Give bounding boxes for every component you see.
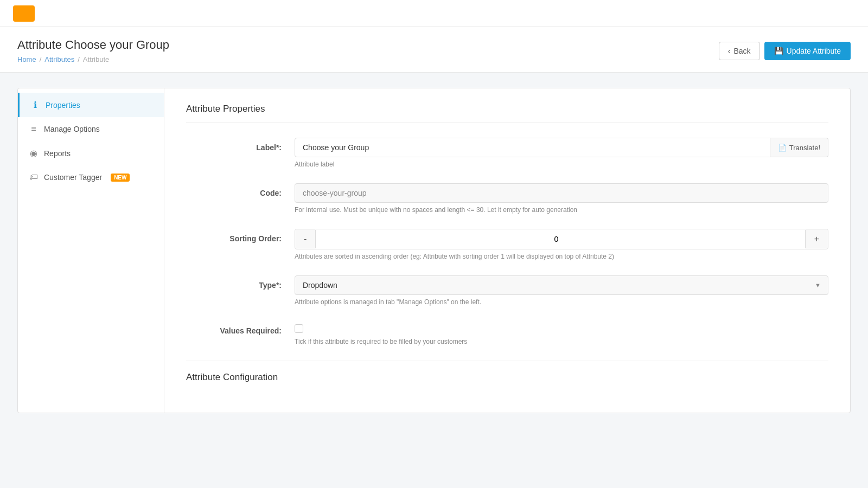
header-actions: ‹ Back 💾 Update Attribute	[719, 42, 851, 60]
breadcrumb-sep2: /	[78, 55, 80, 63]
breadcrumb-attributes[interactable]: Attributes	[44, 55, 74, 63]
back-label: Back	[733, 47, 750, 55]
sidebar-label-reports: Reports	[44, 149, 71, 158]
save-icon: 💾	[774, 47, 783, 55]
page-header: Attribute Choose your Group Home / Attri…	[0, 27, 868, 73]
sort-minus-button[interactable]: -	[295, 229, 315, 249]
translate-icon: 📄	[778, 144, 787, 152]
type-select[interactable]: Dropdown Text Textarea Checkbox Radio	[295, 275, 828, 295]
translate-button[interactable]: 📄 Translate!	[770, 138, 828, 157]
label-input[interactable]	[295, 138, 770, 157]
update-label: Update Attribute	[787, 47, 841, 55]
type-hint: Attribute options is managed in tab "Man…	[295, 298, 828, 306]
new-badge: NEW	[111, 174, 130, 182]
type-field-wrap: Dropdown Text Textarea Checkbox Radio At…	[295, 275, 828, 306]
sorting-input-group: - +	[295, 229, 828, 249]
label-field-row: Label*: 📄 Translate! Attribute label	[186, 138, 828, 168]
type-field-row: Type*: Dropdown Text Textarea Checkbox R…	[186, 275, 828, 306]
topbar	[0, 0, 868, 27]
back-button[interactable]: ‹ Back	[719, 42, 760, 60]
type-select-wrap: Dropdown Text Textarea Checkbox Radio	[295, 275, 828, 295]
page-header-left: Attribute Choose your Group Home / Attri…	[17, 38, 169, 63]
code-input[interactable]	[295, 183, 828, 203]
section2-title: Attribute Configuration	[186, 361, 828, 390]
label-field-label: Label*:	[186, 138, 295, 168]
sort-plus-button[interactable]: +	[806, 229, 828, 249]
values-required-label: Values Required:	[186, 321, 295, 345]
sidebar: ℹ Properties ≡ Manage Options ◉ Reports …	[18, 88, 164, 413]
sorting-hint: Attributes are sorted in ascending order…	[295, 253, 828, 260]
code-field-row: Code: For internal use. Must be unique w…	[186, 183, 828, 214]
form-area: Attribute Properties Label*: 📄 Translate…	[164, 88, 850, 413]
card: ℹ Properties ≡ Manage Options ◉ Reports …	[17, 88, 851, 413]
sidebar-item-reports[interactable]: ◉ Reports	[18, 141, 164, 165]
values-required-checkbox[interactable]	[295, 324, 303, 333]
info-icon: ℹ	[30, 100, 40, 110]
translate-label: Translate!	[789, 144, 820, 152]
topbar-logo	[13, 5, 35, 22]
breadcrumb: Home / Attributes / Attribute	[17, 55, 169, 63]
breadcrumb-sep1: /	[40, 55, 42, 63]
label-hint: Attribute label	[295, 160, 828, 168]
sorting-order-label: Sorting Order:	[186, 229, 295, 260]
update-attribute-button[interactable]: 💾 Update Attribute	[764, 42, 851, 60]
list-icon: ≡	[29, 124, 39, 134]
breadcrumb-home[interactable]: Home	[17, 55, 36, 63]
sidebar-item-manage-options[interactable]: ≡ Manage Options	[18, 117, 164, 141]
tag-icon: 🏷	[29, 172, 39, 182]
main-content: ℹ Properties ≡ Manage Options ◉ Reports …	[0, 73, 868, 428]
sidebar-label-manage-options: Manage Options	[44, 125, 100, 133]
type-field-label: Type*:	[186, 275, 295, 306]
code-field-wrap: For internal use. Must be unique with no…	[295, 183, 828, 214]
values-required-wrap: Tick if this attribute is required to be…	[295, 321, 828, 345]
label-input-group: 📄 Translate!	[295, 138, 828, 157]
values-required-hint: Tick if this attribute is required to be…	[295, 338, 828, 345]
code-hint: For internal use. Must be unique with no…	[295, 206, 828, 214]
chevron-left-icon: ‹	[728, 47, 731, 55]
sorting-order-wrap: - + Attributes are sorted in ascending o…	[295, 229, 828, 260]
breadcrumb-current: Attribute	[83, 55, 109, 63]
sorting-order-input[interactable]	[315, 230, 805, 248]
sidebar-label-customer-tagger: Customer Tagger	[44, 173, 102, 182]
sidebar-item-customer-tagger[interactable]: 🏷 Customer Tagger NEW	[18, 165, 164, 189]
section-title: Attribute Properties	[186, 104, 828, 123]
reports-icon: ◉	[29, 148, 39, 158]
code-field-label: Code:	[186, 183, 295, 214]
page-title: Attribute Choose your Group	[17, 38, 169, 52]
label-field-wrap: 📄 Translate! Attribute label	[295, 138, 828, 168]
sidebar-item-properties[interactable]: ℹ Properties	[18, 93, 164, 117]
sidebar-label-properties: Properties	[46, 101, 80, 110]
sorting-order-row: Sorting Order: - + Attributes are sorted…	[186, 229, 828, 260]
values-required-row: Values Required: Tick if this attribute …	[186, 321, 828, 345]
